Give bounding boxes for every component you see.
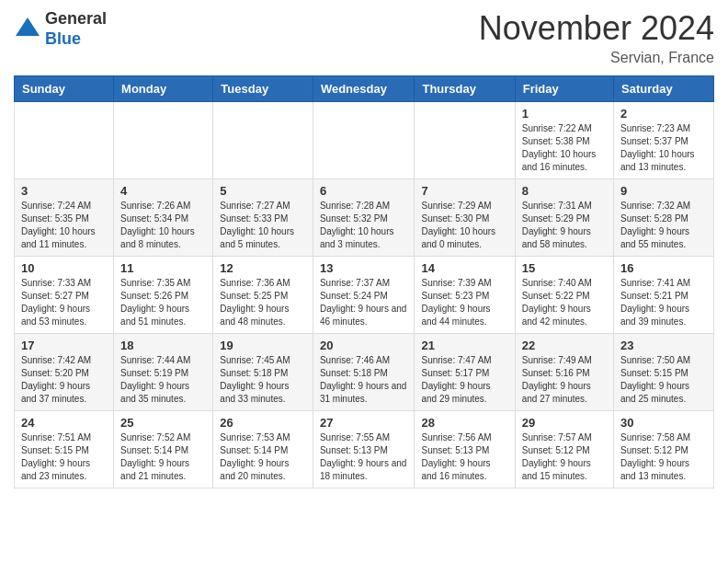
day-info: Sunrise: 7:44 AM Sunset: 5:19 PM Dayligh… [120, 354, 206, 406]
table-row: 27Sunrise: 7:55 AM Sunset: 5:13 PM Dayli… [313, 411, 415, 488]
day-number: 12 [220, 261, 306, 275]
header-tuesday: Tuesday [213, 76, 313, 102]
page-header: General Blue November 2024 Servian, Fran… [14, 9, 714, 66]
day-number: 28 [421, 416, 507, 430]
table-row: 23Sunrise: 7:50 AM Sunset: 5:15 PM Dayli… [614, 334, 714, 411]
day-info: Sunrise: 7:23 AM Sunset: 5:37 PM Dayligh… [620, 122, 707, 174]
day-number: 30 [620, 416, 707, 430]
day-number: 3 [21, 184, 107, 198]
day-info: Sunrise: 7:45 AM Sunset: 5:18 PM Dayligh… [220, 354, 306, 406]
calendar-table: Sunday Monday Tuesday Wednesday Thursday… [14, 75, 714, 488]
day-number: 4 [120, 184, 206, 198]
table-row [114, 102, 213, 179]
day-info: Sunrise: 7:50 AM Sunset: 5:15 PM Dayligh… [620, 354, 707, 406]
table-row [313, 102, 415, 179]
table-row: 14Sunrise: 7:39 AM Sunset: 5:23 PM Dayli… [415, 257, 515, 334]
table-row [415, 102, 515, 179]
table-row: 2Sunrise: 7:23 AM Sunset: 5:37 PM Daylig… [614, 102, 714, 179]
day-info: Sunrise: 7:24 AM Sunset: 5:35 PM Dayligh… [21, 200, 107, 251]
day-info: Sunrise: 7:33 AM Sunset: 5:27 PM Dayligh… [21, 277, 107, 328]
day-info: Sunrise: 7:26 AM Sunset: 5:34 PM Dayligh… [120, 200, 206, 251]
table-row: 29Sunrise: 7:57 AM Sunset: 5:12 PM Dayli… [515, 411, 613, 488]
day-info: Sunrise: 7:39 AM Sunset: 5:23 PM Dayligh… [421, 277, 507, 328]
calendar-week-row: 10Sunrise: 7:33 AM Sunset: 5:27 PM Dayli… [15, 257, 714, 334]
day-number: 5 [220, 184, 306, 198]
day-info: Sunrise: 7:51 AM Sunset: 5:15 PM Dayligh… [21, 431, 107, 483]
day-info: Sunrise: 7:57 AM Sunset: 5:12 PM Dayligh… [522, 431, 607, 483]
day-number: 19 [220, 339, 306, 352]
table-row: 15Sunrise: 7:40 AM Sunset: 5:22 PM Dayli… [515, 257, 613, 334]
table-row: 21Sunrise: 7:47 AM Sunset: 5:17 PM Dayli… [415, 334, 515, 411]
day-number: 18 [120, 339, 206, 352]
table-row [213, 102, 313, 179]
table-row: 10Sunrise: 7:33 AM Sunset: 5:27 PM Dayli… [15, 257, 114, 334]
day-info: Sunrise: 7:41 AM Sunset: 5:21 PM Dayligh… [620, 277, 707, 328]
day-info: Sunrise: 7:40 AM Sunset: 5:22 PM Dayligh… [522, 277, 607, 328]
day-number: 9 [620, 184, 707, 198]
calendar-header-row: Sunday Monday Tuesday Wednesday Thursday… [15, 76, 714, 102]
day-number: 26 [220, 416, 306, 430]
day-number: 14 [421, 261, 507, 275]
day-info: Sunrise: 7:32 AM Sunset: 5:28 PM Dayligh… [620, 200, 707, 251]
header-sunday: Sunday [15, 76, 114, 102]
day-info: Sunrise: 7:27 AM Sunset: 5:33 PM Dayligh… [220, 200, 306, 251]
month-title: November 2024 [479, 9, 714, 48]
table-row: 11Sunrise: 7:35 AM Sunset: 5:26 PM Dayli… [114, 257, 213, 334]
table-row: 16Sunrise: 7:41 AM Sunset: 5:21 PM Dayli… [614, 257, 714, 334]
table-row: 4Sunrise: 7:26 AM Sunset: 5:34 PM Daylig… [114, 179, 213, 257]
day-info: Sunrise: 7:28 AM Sunset: 5:32 PM Dayligh… [320, 200, 408, 251]
table-row: 26Sunrise: 7:53 AM Sunset: 5:14 PM Dayli… [213, 411, 313, 488]
table-row: 30Sunrise: 7:58 AM Sunset: 5:12 PM Dayli… [614, 411, 714, 488]
table-row: 8Sunrise: 7:31 AM Sunset: 5:29 PM Daylig… [515, 179, 613, 257]
header-wednesday: Wednesday [313, 76, 415, 102]
day-number: 6 [320, 184, 408, 198]
day-info: Sunrise: 7:52 AM Sunset: 5:14 PM Dayligh… [120, 431, 206, 483]
table-row: 5Sunrise: 7:27 AM Sunset: 5:33 PM Daylig… [213, 179, 313, 257]
day-number: 29 [522, 416, 607, 430]
day-number: 2 [620, 107, 707, 121]
day-number: 20 [320, 339, 408, 352]
header-saturday: Saturday [614, 76, 714, 102]
table-row: 1Sunrise: 7:22 AM Sunset: 5:38 PM Daylig… [515, 102, 613, 179]
day-info: Sunrise: 7:49 AM Sunset: 5:16 PM Dayligh… [522, 354, 607, 406]
table-row: 7Sunrise: 7:29 AM Sunset: 5:30 PM Daylig… [415, 179, 515, 257]
day-number: 1 [522, 107, 607, 121]
day-number: 21 [421, 339, 507, 352]
table-row: 22Sunrise: 7:49 AM Sunset: 5:16 PM Dayli… [515, 334, 613, 411]
table-row: 13Sunrise: 7:37 AM Sunset: 5:24 PM Dayli… [313, 257, 415, 334]
logo-blue: Blue [45, 29, 81, 48]
logo-text: General Blue [45, 9, 107, 49]
table-row: 9Sunrise: 7:32 AM Sunset: 5:28 PM Daylig… [614, 179, 714, 257]
header-friday: Friday [515, 76, 613, 102]
day-info: Sunrise: 7:47 AM Sunset: 5:17 PM Dayligh… [421, 354, 507, 406]
day-number: 13 [320, 261, 408, 275]
day-info: Sunrise: 7:36 AM Sunset: 5:25 PM Dayligh… [220, 277, 306, 328]
day-info: Sunrise: 7:37 AM Sunset: 5:24 PM Dayligh… [320, 277, 408, 328]
day-number: 22 [522, 339, 607, 352]
table-row: 12Sunrise: 7:36 AM Sunset: 5:25 PM Dayli… [213, 257, 313, 334]
table-row: 17Sunrise: 7:42 AM Sunset: 5:20 PM Dayli… [15, 334, 114, 411]
day-info: Sunrise: 7:58 AM Sunset: 5:12 PM Dayligh… [620, 431, 707, 483]
table-row: 18Sunrise: 7:44 AM Sunset: 5:19 PM Dayli… [114, 334, 213, 411]
day-number: 23 [620, 339, 707, 352]
calendar-week-row: 1Sunrise: 7:22 AM Sunset: 5:38 PM Daylig… [15, 102, 714, 179]
table-row: 28Sunrise: 7:56 AM Sunset: 5:13 PM Dayli… [415, 411, 515, 488]
day-number: 11 [120, 261, 206, 275]
calendar-week-row: 3Sunrise: 7:24 AM Sunset: 5:35 PM Daylig… [15, 179, 714, 257]
table-row: 25Sunrise: 7:52 AM Sunset: 5:14 PM Dayli… [114, 411, 213, 488]
day-number: 27 [320, 416, 408, 430]
location: Servian, France [479, 50, 714, 66]
day-number: 25 [120, 416, 206, 430]
day-number: 24 [21, 416, 107, 430]
svg-rect-1 [21, 30, 34, 36]
day-info: Sunrise: 7:35 AM Sunset: 5:26 PM Dayligh… [120, 277, 206, 328]
day-number: 7 [421, 184, 507, 198]
day-number: 8 [522, 184, 607, 198]
day-info: Sunrise: 7:46 AM Sunset: 5:18 PM Dayligh… [320, 354, 408, 406]
title-section: November 2024 Servian, France [479, 9, 714, 66]
day-info: Sunrise: 7:42 AM Sunset: 5:20 PM Dayligh… [21, 354, 107, 406]
calendar-week-row: 17Sunrise: 7:42 AM Sunset: 5:20 PM Dayli… [15, 334, 714, 411]
day-number: 17 [21, 339, 107, 352]
day-info: Sunrise: 7:55 AM Sunset: 5:13 PM Dayligh… [320, 431, 408, 483]
day-number: 10 [21, 261, 107, 275]
